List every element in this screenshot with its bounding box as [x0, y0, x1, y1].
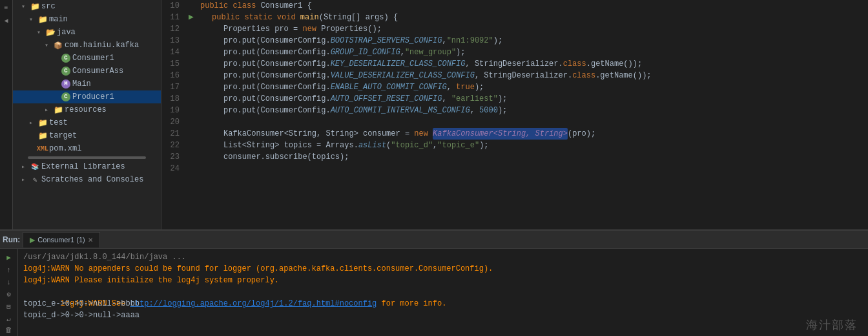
run-label: Run: — [3, 235, 20, 244]
run-tab-bar: Run: ▶ Consumer1 (1) ✕ — [0, 231, 868, 249]
sidebar-scrollbar[interactable] — [28, 156, 146, 159]
bottom-panel: Run: ▶ Consumer1 (1) ✕ ▶ ↑ ↓ ⚙ ⊟ ↵ 🗑 /us… — [0, 229, 868, 336]
code-line-18: pro.put(ConsumerConfig.AUTO_OFFSET_RESET… — [200, 93, 868, 105]
spacer-consumer1 — [49, 53, 59, 63]
spacer-producer1 — [49, 92, 59, 102]
spacer-consumerass — [49, 66, 59, 76]
sidebar-item-test[interactable]: 📁 test — [13, 116, 161, 129]
sidebar-label-consumerass: ConsumerAss — [72, 67, 123, 76]
expand-icon-src — [18, 1, 28, 12]
left-gutter: ≡ ◀ — [0, 0, 13, 229]
expand-icon-java — [34, 27, 44, 37]
sidebar-item-src[interactable]: 📁 src — [13, 0, 161, 13]
console-run-btn[interactable]: ▶ — [3, 253, 15, 262]
console-scroll-up-btn[interactable]: ↑ — [3, 265, 15, 275]
folder-icon-src: 📁 — [30, 1, 40, 12]
scratch-icon: ✎ — [30, 174, 40, 185]
gutter-btn-1[interactable]: ≡ — [1, 3, 12, 13]
folder-icon-resources: 📁 — [53, 105, 63, 115]
code-line-23: consumer.subscribe(topics); — [200, 151, 868, 163]
lib-icon: 📚 — [30, 162, 40, 172]
sidebar-item-resources[interactable]: 📁 resources — [13, 103, 161, 116]
code-line-11: public static void main(String[] args) { — [200, 12, 868, 23]
sidebar-item-producer1[interactable]: C Producer1 — [13, 90, 161, 103]
sidebar-label-src: src — [41, 2, 56, 11]
gutter-btn-2[interactable]: ◀ — [1, 16, 12, 26]
console-line-3: log4j:WARN Please initialize the log4j s… — [23, 275, 863, 286]
code-line-19: pro.put(ConsumerConfig.AUTO_COMMIT_INTER… — [200, 105, 868, 116]
code-line-10: public class Consumer1 { — [200, 0, 868, 12]
sidebar-label-resources: resources — [65, 105, 107, 114]
console-area: ▶ ↑ ↓ ⚙ ⊟ ↵ 🗑 /usr/java/jdk1.8.0_144/bin… — [0, 249, 868, 336]
sidebar: 📁 src 📁 main 📂 java 📦 com.hainiu.kafka C… — [13, 0, 161, 229]
console-filter-btn[interactable]: ⊟ — [3, 302, 15, 311]
console-warn-suffix: for more info. — [377, 299, 446, 308]
expand-icon-main — [26, 14, 36, 25]
sidebar-label-pkg: com.hainiu.kafka — [65, 41, 139, 50]
code-line-21: KafkaConsumer<String, String> consumer =… — [200, 128, 868, 140]
folder-icon-main: 📁 — [37, 14, 48, 25]
sidebar-label-extlib: External Libraries — [41, 162, 125, 171]
code-line-22: List<String> topics = Arrays.asList("top… — [200, 140, 868, 151]
tab-label: Consumer1 (1) — [37, 236, 85, 244]
code-line-14: pro.put(ConsumerConfig.GROUP_ID_CONFIG,"… — [200, 47, 868, 58]
sidebar-label-test: test — [49, 118, 68, 127]
console-clear-btn[interactable]: 🗑 — [3, 325, 15, 335]
folder-icon-test: 📁 — [37, 118, 48, 128]
folder-icon-java: 📂 — [45, 27, 56, 37]
console-wrap-btn[interactable]: ↵ — [3, 314, 15, 324]
console-settings-btn[interactable]: ⚙ — [3, 289, 15, 299]
sidebar-item-package[interactable]: 📦 com.hainiu.kafka — [13, 39, 161, 52]
spacer-pom — [26, 143, 36, 154]
code-content: 10 11 12 13 14 15 16 17 18 19 20 21 22 2… — [161, 0, 868, 229]
console-line-2: log4j:WARN No appenders could be found f… — [23, 263, 863, 275]
tab-close-btn[interactable]: ✕ — [88, 236, 93, 244]
sidebar-label-main-class: Main — [72, 79, 91, 89]
code-line-13: pro.put(ConsumerConfig.BOOTSTRAP_SERVERS… — [200, 35, 868, 47]
run-indicator-11[interactable]: ▶ — [189, 12, 194, 23]
console-link[interactable]: http://logging.apache.org/log4j/1.2/faq.… — [130, 299, 377, 308]
sidebar-label-pom: pom.xml — [49, 144, 81, 153]
sidebar-item-java[interactable]: 📂 java — [13, 26, 161, 39]
line-numbers: 10 11 12 13 14 15 16 17 18 19 20 21 22 2… — [161, 0, 185, 229]
class-icon-producer1: C — [61, 92, 71, 102]
console-line-4: log4j:WARN See http://logging.apache.org… — [23, 286, 863, 298]
class-icon-consumer1: C — [61, 53, 71, 63]
sidebar-item-main-class[interactable]: M Main — [13, 78, 161, 90]
sidebar-item-target[interactable]: 📁 target — [13, 129, 161, 142]
sidebar-item-consumerass[interactable]: C ConsumerAss — [13, 65, 161, 78]
sidebar-label-scratches: Scratches and Consoles — [41, 175, 143, 184]
sidebar-item-main[interactable]: 📁 main — [13, 13, 161, 26]
code-lines[interactable]: public class Consumer1 { public static v… — [198, 0, 868, 229]
package-icon: 📦 — [53, 40, 63, 50]
tab-icon: ▶ — [30, 236, 35, 244]
class-icon-main: M — [61, 79, 71, 89]
sidebar-label-main: main — [49, 15, 68, 24]
sidebar-item-extlib[interactable]: 📚 External Libraries — [13, 160, 161, 173]
sidebar-label-producer1: Producer1 — [72, 92, 114, 101]
code-line-12: Properties pro = new Properties(); — [200, 23, 868, 35]
sidebar-label-java: java — [57, 28, 76, 37]
watermark: 海汁部落 — [806, 319, 858, 331]
sidebar-item-consumer1[interactable]: C Consumer1 — [13, 52, 161, 65]
folder-icon-target: 📁 — [37, 131, 48, 141]
spacer-target — [26, 131, 36, 141]
expand-icon-pkg — [41, 40, 52, 50]
console-tab[interactable]: ▶ Consumer1 (1) ✕ — [23, 232, 99, 247]
xml-icon-pom: XML — [37, 143, 48, 154]
sidebar-item-scratches[interactable]: ✎ Scratches and Consoles — [13, 173, 161, 186]
class-icon-consumerass: C — [61, 66, 71, 76]
expand-icon-scratches — [18, 174, 28, 185]
sidebar-label-consumer1: Consumer1 — [72, 54, 114, 63]
expand-icon-test — [26, 118, 36, 128]
code-line-24 — [200, 163, 868, 174]
code-line-15: pro.put(ConsumerConfig.KEY_DESERIALIZER_… — [200, 58, 868, 70]
gutter-indicators: ▶ — [185, 0, 198, 229]
editor-area: 10 11 12 13 14 15 16 17 18 19 20 21 22 2… — [161, 0, 868, 229]
code-line-20 — [200, 116, 868, 128]
sidebar-item-pom[interactable]: XML pom.xml — [13, 142, 161, 155]
code-line-17: pro.put(ConsumerConfig.ENABLE_AUTO_COMMI… — [200, 81, 868, 93]
console-line-6: topic_d->0->0->null->aaaa — [23, 310, 863, 321]
console-scroll-down-btn[interactable]: ↓ — [3, 277, 15, 287]
console-output: /usr/java/jdk1.8.0_144/bin/java ... log4… — [18, 249, 868, 336]
